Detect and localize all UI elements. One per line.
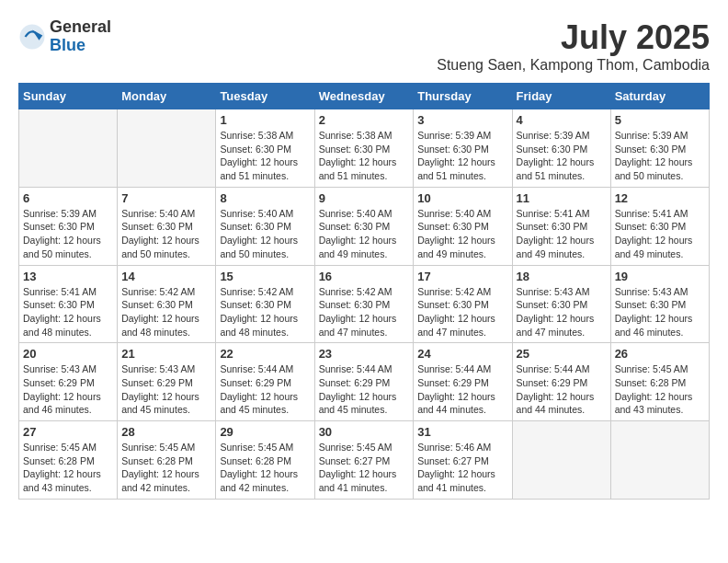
calendar-cell: 28Sunrise: 5:45 AM Sunset: 6:28 PM Dayli… (118, 421, 216, 500)
calendar-cell: 11Sunrise: 5:41 AM Sunset: 6:30 PM Dayli… (512, 187, 610, 265)
day-info: Sunrise: 5:39 AM Sunset: 6:30 PM Dayligh… (417, 129, 507, 183)
calendar-cell: 22Sunrise: 5:44 AM Sunset: 6:29 PM Dayli… (216, 343, 314, 421)
day-number: 21 (121, 347, 211, 361)
calendar-week-row: 27Sunrise: 5:45 AM Sunset: 6:28 PM Dayli… (19, 421, 710, 500)
header-thursday: Thursday (414, 84, 512, 109)
calendar-cell: 13Sunrise: 5:41 AM Sunset: 6:30 PM Dayli… (19, 265, 118, 343)
calendar-cell: 9Sunrise: 5:40 AM Sunset: 6:30 PM Daylig… (314, 187, 414, 265)
calendar-cell: 7Sunrise: 5:40 AM Sunset: 6:30 PM Daylig… (118, 187, 216, 265)
day-info: Sunrise: 5:45 AM Sunset: 6:28 PM Dayligh… (23, 441, 113, 495)
day-info: Sunrise: 5:42 AM Sunset: 6:30 PM Dayligh… (319, 285, 410, 339)
day-number: 26 (615, 347, 705, 361)
day-info: Sunrise: 5:38 AM Sunset: 6:30 PM Dayligh… (319, 129, 410, 183)
calendar-week-row: 6Sunrise: 5:39 AM Sunset: 6:30 PM Daylig… (19, 187, 710, 265)
day-info: Sunrise: 5:45 AM Sunset: 6:28 PM Dayligh… (615, 362, 705, 417)
calendar-week-row: 1Sunrise: 5:38 AM Sunset: 6:30 PM Daylig… (19, 109, 710, 188)
calendar-cell (118, 109, 216, 188)
calendar-cell: 1Sunrise: 5:38 AM Sunset: 6:30 PM Daylig… (216, 109, 314, 188)
day-info: Sunrise: 5:42 AM Sunset: 6:30 PM Dayligh… (417, 285, 507, 339)
day-number: 31 (417, 425, 507, 439)
calendar-cell: 15Sunrise: 5:42 AM Sunset: 6:30 PM Dayli… (216, 265, 314, 343)
day-info: Sunrise: 5:39 AM Sunset: 6:30 PM Dayligh… (615, 129, 705, 183)
calendar-cell: 20Sunrise: 5:43 AM Sunset: 6:29 PM Dayli… (19, 343, 118, 421)
calendar-cell: 26Sunrise: 5:45 AM Sunset: 6:28 PM Dayli… (610, 343, 709, 421)
day-info: Sunrise: 5:41 AM Sunset: 6:30 PM Dayligh… (517, 207, 607, 261)
day-number: 12 (615, 191, 705, 205)
day-info: Sunrise: 5:42 AM Sunset: 6:30 PM Dayligh… (121, 285, 211, 339)
calendar-cell: 14Sunrise: 5:42 AM Sunset: 6:30 PM Dayli… (118, 265, 216, 343)
calendar-cell: 19Sunrise: 5:43 AM Sunset: 6:30 PM Dayli… (610, 265, 709, 343)
calendar-cell: 2Sunrise: 5:38 AM Sunset: 6:30 PM Daylig… (314, 109, 414, 188)
calendar-cell: 4Sunrise: 5:39 AM Sunset: 6:30 PM Daylig… (512, 109, 610, 188)
calendar-cell: 3Sunrise: 5:39 AM Sunset: 6:30 PM Daylig… (414, 109, 512, 188)
day-number: 6 (23, 191, 113, 205)
header-saturday: Saturday (610, 84, 709, 109)
day-info: Sunrise: 5:44 AM Sunset: 6:29 PM Dayligh… (220, 362, 310, 417)
day-number: 24 (417, 347, 507, 361)
day-number: 17 (417, 270, 507, 283)
logo-general: General (50, 18, 111, 37)
day-number: 10 (417, 191, 507, 205)
calendar-cell: 29Sunrise: 5:45 AM Sunset: 6:28 PM Dayli… (216, 421, 314, 500)
day-number: 29 (220, 425, 310, 439)
day-number: 9 (319, 191, 410, 205)
logo-icon (18, 23, 46, 51)
day-info: Sunrise: 5:41 AM Sunset: 6:30 PM Dayligh… (615, 207, 705, 261)
page-header: General Blue July 2025 Stueng Saen, Kamp… (18, 18, 710, 74)
day-info: Sunrise: 5:40 AM Sunset: 6:30 PM Dayligh… (121, 207, 211, 261)
calendar-cell: 12Sunrise: 5:41 AM Sunset: 6:30 PM Dayli… (610, 187, 709, 265)
day-number: 19 (615, 270, 705, 283)
calendar-cell: 6Sunrise: 5:39 AM Sunset: 6:30 PM Daylig… (19, 187, 118, 265)
day-info: Sunrise: 5:45 AM Sunset: 6:28 PM Dayligh… (220, 441, 310, 495)
day-number: 14 (121, 270, 211, 283)
calendar-cell: 24Sunrise: 5:44 AM Sunset: 6:29 PM Dayli… (414, 343, 512, 421)
day-number: 8 (220, 191, 310, 205)
calendar-cell: 10Sunrise: 5:40 AM Sunset: 6:30 PM Dayli… (414, 187, 512, 265)
calendar-cell: 17Sunrise: 5:42 AM Sunset: 6:30 PM Dayli… (414, 265, 512, 343)
day-info: Sunrise: 5:38 AM Sunset: 6:30 PM Dayligh… (220, 129, 310, 183)
day-number: 23 (319, 347, 410, 361)
location: Stueng Saen, Kampong Thom, Cambodia (437, 57, 710, 74)
day-number: 13 (23, 270, 113, 283)
header-monday: Monday (118, 84, 216, 109)
calendar-cell: 27Sunrise: 5:45 AM Sunset: 6:28 PM Dayli… (19, 421, 118, 500)
day-number: 15 (220, 270, 310, 283)
calendar-cell: 8Sunrise: 5:40 AM Sunset: 6:30 PM Daylig… (216, 187, 314, 265)
day-info: Sunrise: 5:43 AM Sunset: 6:29 PM Dayligh… (23, 362, 113, 417)
day-number: 4 (517, 113, 607, 127)
day-info: Sunrise: 5:42 AM Sunset: 6:30 PM Dayligh… (220, 285, 310, 339)
day-number: 20 (23, 347, 113, 361)
header-tuesday: Tuesday (216, 84, 314, 109)
calendar-cell: 31Sunrise: 5:46 AM Sunset: 6:27 PM Dayli… (414, 421, 512, 500)
title-block: July 2025 Stueng Saen, Kampong Thom, Cam… (437, 18, 710, 74)
day-info: Sunrise: 5:40 AM Sunset: 6:30 PM Dayligh… (417, 207, 507, 261)
day-info: Sunrise: 5:43 AM Sunset: 6:29 PM Dayligh… (121, 362, 211, 417)
calendar-cell: 25Sunrise: 5:44 AM Sunset: 6:29 PM Dayli… (512, 343, 610, 421)
calendar-cell (19, 109, 118, 188)
calendar-cell (512, 421, 610, 500)
logo: General Blue (18, 18, 111, 55)
day-number: 3 (417, 113, 507, 127)
day-number: 18 (517, 270, 607, 283)
calendar-cell: 16Sunrise: 5:42 AM Sunset: 6:30 PM Dayli… (314, 265, 414, 343)
day-number: 11 (517, 191, 607, 205)
day-info: Sunrise: 5:45 AM Sunset: 6:27 PM Dayligh… (319, 441, 410, 495)
calendar-cell: 30Sunrise: 5:45 AM Sunset: 6:27 PM Dayli… (314, 421, 414, 500)
day-info: Sunrise: 5:40 AM Sunset: 6:30 PM Dayligh… (220, 207, 310, 261)
logo-blue: Blue (50, 37, 111, 55)
day-number: 25 (517, 347, 607, 361)
day-info: Sunrise: 5:44 AM Sunset: 6:29 PM Dayligh… (417, 362, 507, 417)
calendar-week-row: 20Sunrise: 5:43 AM Sunset: 6:29 PM Dayli… (19, 343, 710, 421)
day-info: Sunrise: 5:43 AM Sunset: 6:30 PM Dayligh… (615, 285, 705, 339)
day-info: Sunrise: 5:41 AM Sunset: 6:30 PM Dayligh… (23, 285, 113, 339)
calendar-cell: 5Sunrise: 5:39 AM Sunset: 6:30 PM Daylig… (610, 109, 709, 188)
header-friday: Friday (512, 84, 610, 109)
calendar-cell: 18Sunrise: 5:43 AM Sunset: 6:30 PM Dayli… (512, 265, 610, 343)
day-info: Sunrise: 5:39 AM Sunset: 6:30 PM Dayligh… (23, 207, 113, 261)
month-year: July 2025 (437, 18, 710, 57)
day-info: Sunrise: 5:44 AM Sunset: 6:29 PM Dayligh… (517, 362, 607, 417)
day-number: 28 (121, 425, 211, 439)
day-number: 2 (319, 113, 410, 127)
calendar-cell: 21Sunrise: 5:43 AM Sunset: 6:29 PM Dayli… (118, 343, 216, 421)
header-wednesday: Wednesday (314, 84, 414, 109)
